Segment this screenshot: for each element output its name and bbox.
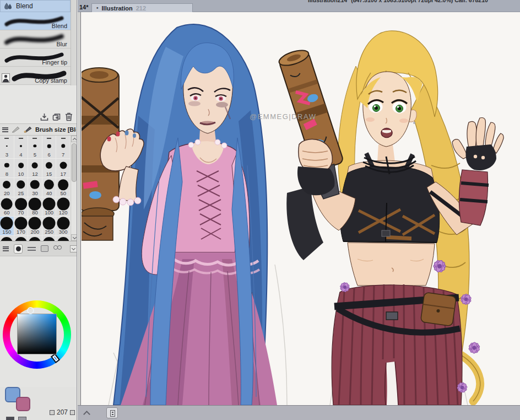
brush-size-scrollbar[interactable]	[71, 136, 77, 241]
brush-size-dot	[30, 180, 39, 189]
stamp-icon	[2, 73, 10, 83]
brush-size-grid-wrap: 3456781012151720253040506070801001201501…	[0, 136, 77, 241]
chevron-up-icon[interactable]	[83, 411, 90, 418]
brush-size-cell[interactable]: 40	[42, 178, 57, 197]
document-tab[interactable]: • Illustration212	[91, 3, 193, 12]
sv-cursor[interactable]	[27, 307, 34, 314]
brush-tab-icon[interactable]	[23, 126, 32, 133]
sub-swatch[interactable]	[6, 417, 14, 420]
brush-size-cell[interactable]: 25	[14, 178, 29, 197]
subtool-item-blend[interactable]: Blend	[0, 12, 71, 30]
brush-size-panel-tabs: Brush size [Blend	[0, 123, 77, 136]
brush-size-value: 200	[28, 229, 42, 235]
brush-size-value: 20	[0, 190, 14, 196]
pen-tab-icon[interactable]	[11, 126, 20, 133]
brush-size-cell[interactable]: 200	[28, 217, 42, 236]
pins-icon[interactable]	[53, 245, 62, 252]
brush-size-value: 50	[56, 190, 70, 196]
brush-size-cell[interactable]: 60	[0, 197, 14, 217]
canvas-viewport: @EMMEG|DRAW	[78, 12, 520, 405]
brush-size-cell[interactable]: 3	[0, 139, 14, 159]
brush-size-cell[interactable]: 10	[14, 159, 29, 178]
brush-size-dot	[3, 181, 10, 189]
brush-size-cell[interactable]: 12	[28, 159, 42, 178]
brush-size-dot	[18, 163, 24, 168]
menu-icon[interactable]	[2, 127, 8, 132]
menu-icon[interactable]	[3, 246, 9, 251]
brush-size-value: 30	[28, 190, 42, 196]
brush-size-value: 5	[28, 152, 42, 158]
brush-size-value: 100	[42, 209, 56, 216]
brush-size-cell[interactable]: 300	[56, 217, 71, 236]
brush-size-dot	[58, 179, 69, 190]
brush-size-cell[interactable]: 120	[56, 197, 71, 217]
hue-ring[interactable]	[3, 300, 71, 369]
scrollbar-thumb[interactable]	[72, 143, 77, 182]
brush-size-cell[interactable]: 6	[42, 139, 57, 159]
secondary-color-swatch[interactable]	[16, 397, 30, 411]
subtool-header[interactable]: Blend	[0, 0, 71, 12]
brush-size-cell[interactable]: 80	[28, 197, 42, 217]
brush-size-cell[interactable]: 15	[42, 159, 57, 178]
saturation-value-square[interactable]	[17, 314, 57, 354]
brush-size-value: 120	[56, 209, 70, 216]
brush-size-cell[interactable]: 8	[0, 159, 14, 178]
brush-size-dot	[15, 198, 27, 210]
brush-size-cell[interactable]: 20	[0, 178, 14, 197]
sliders-icon[interactable]	[28, 246, 36, 252]
brush-size-value: 6	[42, 152, 56, 158]
subtool-item-finger-tip[interactable]: Finger tip	[0, 49, 71, 67]
brush-size-dot	[57, 217, 69, 230]
artwork-canvas[interactable]: @EMMEG|DRAW	[82, 12, 520, 405]
tab-fragment[interactable]: 14*	[79, 4, 89, 10]
document-tab-bar: Illustration214* (847.5100 x 1063.5100pt…	[78, 0, 520, 12]
brush-size-dot	[43, 217, 56, 230]
hue-marker[interactable]	[51, 353, 60, 363]
panel-spacer	[0, 85, 77, 110]
brush-size-dot	[32, 163, 38, 169]
subtool-item-blur[interactable]: Blur	[0, 30, 71, 49]
import-icon[interactable]	[40, 113, 48, 121]
subtool-item-label: Blend	[52, 23, 67, 29]
brush-size-cell[interactable]: 17	[56, 159, 71, 178]
radio-button-icon[interactable]	[14, 244, 23, 254]
hue-value: 207	[57, 408, 68, 416]
subtool-item-label: Finger tip	[42, 59, 67, 66]
subtool-scrollbar[interactable]	[71, 0, 77, 85]
panel-toggle-icon[interactable]	[106, 407, 118, 418]
scroll-down-icon[interactable]	[71, 234, 77, 241]
sub-swatch[interactable]	[18, 417, 26, 420]
brush-size-value: 8	[0, 171, 14, 177]
brush-size-cell[interactable]: 30	[28, 178, 42, 197]
brush-size-dot	[1, 217, 13, 230]
color-wheel-panel	[0, 256, 77, 387]
brush-size-value: 80	[28, 209, 42, 216]
brush-size-cell[interactable]: 250	[42, 217, 57, 236]
brush-size-grid: 3456781012151720253040506070801001201501…	[0, 139, 71, 236]
subtool-actions	[0, 110, 77, 123]
scroll-up-icon[interactable]	[71, 136, 77, 142]
brush-size-cell[interactable]: 70	[14, 197, 29, 217]
chevron-down-icon[interactable]	[70, 245, 77, 252]
brush-size-cell[interactable]: 50	[56, 178, 71, 197]
brush-size-dot	[1, 198, 13, 210]
brush-size-cell[interactable]: 100	[42, 197, 57, 217]
brush-size-cell[interactable]: 170	[14, 217, 29, 236]
brush-size-dot	[47, 144, 51, 148]
brush-size-dot	[57, 198, 69, 211]
brush-size-cell[interactable]: 5	[28, 139, 42, 159]
brush-size-cell[interactable]: 150	[0, 217, 14, 236]
brush-size-dot	[29, 198, 41, 211]
subtool-item-label: Blur	[56, 41, 67, 47]
brush-size-value: 40	[42, 190, 56, 196]
saturation-icon	[70, 410, 75, 415]
brush-size-dot	[61, 144, 65, 148]
brush-size-cell[interactable]: 4	[14, 139, 29, 159]
brush-size-value: 70	[14, 209, 28, 216]
trash-icon[interactable]	[65, 112, 73, 121]
brush-size-cell[interactable]: 7	[56, 139, 71, 159]
subtool-item-copy-stamp[interactable]: Copy stamp	[0, 67, 71, 85]
duplicate-icon[interactable]	[52, 113, 61, 121]
box-icon[interactable]	[41, 245, 48, 252]
brush-size-value: 3	[0, 152, 14, 158]
